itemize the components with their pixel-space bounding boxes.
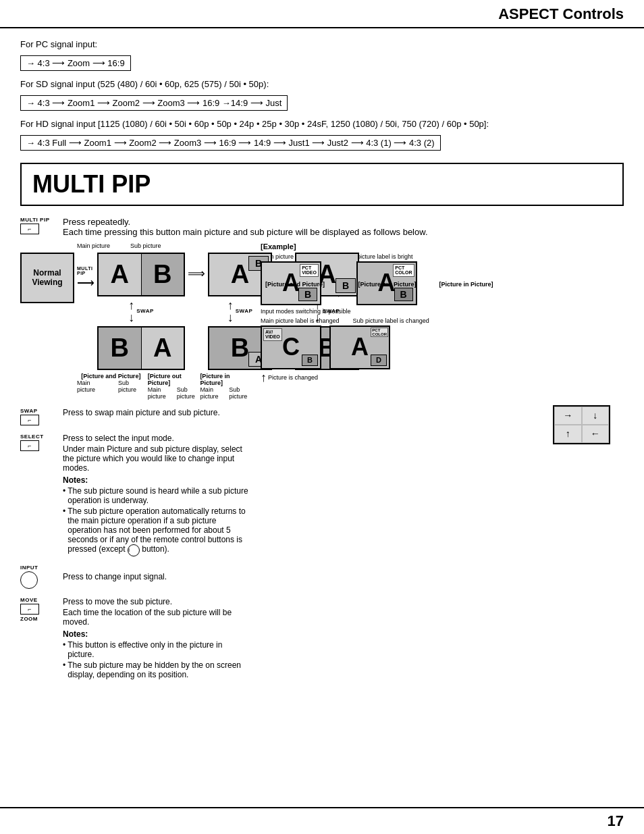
move-cell-down: ↓ bbox=[582, 407, 610, 425]
example-sub-unit: A B PCTCOLOR bbox=[356, 261, 417, 305]
pic-changed-label: Picture is changed bbox=[268, 374, 318, 381]
move-cell-left: ← bbox=[582, 425, 610, 443]
input-btn-inline: I bbox=[128, 544, 140, 556]
pc-flow-text: → 4:3 ⟶ Zoom ⟶ 16:9 bbox=[26, 58, 125, 68]
pop-B-swapped: B bbox=[99, 328, 141, 369]
changed-main-sub: B bbox=[302, 355, 318, 366]
example-main-unit: A B PCTVIDEO bbox=[261, 261, 321, 305]
pip-main-lbl: Main picture bbox=[200, 386, 222, 400]
pop-header: Main picture Sub picture bbox=[77, 242, 161, 249]
select-notes-label: Notes: bbox=[63, 475, 88, 485]
example-sub-screen: A B PCTCOLOR bbox=[356, 261, 417, 305]
select-button[interactable]: ⌐ bbox=[20, 440, 39, 451]
out-sub-lbl: Sub picture bbox=[177, 386, 198, 400]
pop-screen-bottom: B A bbox=[97, 326, 185, 370]
select-btn-label: SELECT bbox=[20, 434, 44, 440]
pop-B: B bbox=[141, 254, 184, 295]
pic-changed-indicator: ↑ Picture is changed bbox=[261, 371, 318, 385]
select-detail: Under main Picture and sub picture displ… bbox=[63, 444, 250, 473]
normal-view-unit: Normal Viewing bbox=[20, 253, 74, 303]
pop-unit: A B ↑ ↓ SWAP B A bbox=[97, 253, 185, 370]
move-zoom-diagram: → ↓ ↑ ← bbox=[553, 405, 610, 444]
example-title: [Example] bbox=[261, 242, 624, 251]
pop-main-lbl: Main picture bbox=[77, 242, 110, 249]
pop-swap-row: ↑ ↓ SWAP bbox=[128, 299, 154, 323]
multipip-btn-label: MULTI PIP bbox=[20, 217, 49, 223]
swap-button[interactable]: ⌐ bbox=[20, 415, 39, 425]
move-button[interactable]: ⌐ bbox=[20, 604, 39, 615]
multipip-section: MULTI PIP bbox=[20, 163, 624, 206]
input-button[interactable] bbox=[20, 571, 38, 589]
pop-screen-top: A B bbox=[97, 253, 185, 296]
select-note2: The sub picture operation automatically … bbox=[68, 506, 250, 556]
changed-sub-sub: D bbox=[371, 355, 387, 366]
arrow-2: ⟹ bbox=[188, 266, 205, 281]
move-desc-block: Press to move the sub picture. Each time… bbox=[63, 597, 250, 679]
pop-section-label: [Picture and Picture] bbox=[81, 373, 140, 380]
swap-btn-label: SWAP bbox=[20, 408, 38, 414]
page-header: ASPECT Controls bbox=[0, 0, 644, 28]
changed-sub-label-tag: PCTCOLOR bbox=[371, 328, 388, 337]
pc-label: For PC signal input: bbox=[20, 39, 624, 49]
changed-sub-unit: A PCTCOLOR D bbox=[329, 325, 390, 369]
out-swap-arrows: ↑ ↓ bbox=[227, 299, 234, 323]
diagram-instructions-layout: Main picture Sub picture Normal Viewing … bbox=[20, 242, 624, 679]
aspect-section: For PC signal input: → 4:3 ⟶ Zoom ⟶ 16:9… bbox=[20, 39, 624, 151]
example-boxes-row: A B PCTVIDEO SELECT ←→ ↑ A bbox=[261, 261, 624, 305]
move-detail: Each time the location of the sub pictur… bbox=[63, 608, 250, 627]
example-sub-sub: B bbox=[394, 288, 413, 301]
move-cell-right: → bbox=[554, 407, 582, 425]
diag-section-labels: [Picture and Picture] Main picture Sub p… bbox=[20, 373, 250, 400]
move-row: MOVE ⌐ ZOOM Press to move the sub pictur… bbox=[20, 597, 250, 679]
left-instructions: Main picture Sub picture Normal Viewing … bbox=[20, 242, 250, 679]
changed-main-unit: C AV/VIDEO B ↑ Picture is changed bbox=[261, 325, 321, 385]
example-main-screen: A B PCTVIDEO bbox=[261, 261, 321, 305]
sd-flow-text: → 4:3 ⟶ Zoom1 ⟶ Zoom2 ⟶ Zoom3 ⟶ 16:9 →14… bbox=[26, 98, 281, 108]
multipip-btn-col: MULTI PIP ⌐ bbox=[20, 217, 57, 234]
multipip-button[interactable]: ⌐ bbox=[20, 224, 39, 234]
out-section-label: [Picture out Picture] bbox=[148, 373, 198, 386]
diag-header-row: Main picture Sub picture bbox=[20, 242, 250, 250]
move-cell-up: ↑ bbox=[554, 425, 582, 443]
changed-boxes-row: C AV/VIDEO B ↑ Picture is changed A PCTC… bbox=[261, 325, 624, 385]
input-modes-text: Input modes switching is possible bbox=[261, 308, 624, 315]
changed-labels-row: Main picture label is changed Sub pictur… bbox=[261, 317, 624, 324]
hd-label: For HD signal input [1125 (1080) / 60i •… bbox=[20, 119, 624, 129]
move-btn-label: MOVE bbox=[20, 597, 38, 603]
select-desc-block: Press to select the input mode. Under ma… bbox=[63, 434, 250, 556]
select-note1: The sub picture sound is heard while a s… bbox=[68, 486, 250, 505]
pc-flow: → 4:3 ⟶ Zoom ⟶ 16:9 bbox=[20, 55, 131, 71]
select-row: SELECT ⌐ Press to select the input mode.… bbox=[20, 434, 250, 556]
pop-diagram-col: Main picture Sub picture bbox=[77, 242, 161, 250]
multipip-press-text: Press repeatedly. Each time pressing thi… bbox=[63, 217, 428, 237]
pip-sub-lbl: Sub picture bbox=[229, 386, 250, 400]
example-sub-label-tag: PCTCOLOR bbox=[393, 264, 414, 277]
hd-flow-text: → 4:3 Full ⟶ Zoom1 ⟶ Zoom2 ⟶ Zoom3 ⟶ 16:… bbox=[26, 138, 435, 148]
move-zoom-area: → ↓ ↑ ← bbox=[261, 405, 624, 444]
changed-main-label-tag: AV/VIDEO bbox=[263, 328, 282, 341]
input-btn-label: INPUT bbox=[20, 565, 38, 571]
sub-changed-lbl: Sub picture label is changed bbox=[353, 317, 429, 324]
example-main-label-tag: PCTVIDEO bbox=[300, 264, 319, 277]
multipip-title: MULTI PIP bbox=[32, 171, 612, 198]
zoom-btn-label: ZOOM bbox=[20, 616, 38, 622]
hd-flow: → 4:3 Full ⟶ Zoom1 ⟶ Zoom2 ⟶ Zoom3 ⟶ 16:… bbox=[20, 135, 441, 151]
pop-main-lbl2: Main picture bbox=[77, 380, 106, 393]
out-swap-label: SWAP bbox=[236, 308, 253, 314]
input-row: INPUT Press to change input signal. bbox=[20, 565, 250, 589]
sd-flow: → 4:3 ⟶ Zoom1 ⟶ Zoom2 ⟶ Zoom3 ⟶ 16:9 →14… bbox=[20, 95, 288, 111]
move-notes-label: Notes: bbox=[63, 629, 88, 639]
changed-sub-screen: A PCTCOLOR D bbox=[329, 325, 390, 369]
multipip-btn-row: MULTI PIP ⌐ Press repeatedly. Each time … bbox=[20, 217, 624, 237]
arrow-multipip-1: MULTI PIP ⟶ bbox=[77, 266, 95, 290]
swap-desc: Press to swap main picture and sub pictu… bbox=[63, 408, 220, 417]
main-content: For PC signal input: → 4:3 ⟶ Zoom ⟶ 16:9… bbox=[0, 28, 644, 298]
changed-main-screen: C AV/VIDEO B bbox=[261, 325, 321, 369]
pip-section-label: [Picture in Picture] bbox=[200, 373, 250, 386]
pop-swap-arrows: ↑ ↓ bbox=[128, 299, 134, 323]
page-number: 17 bbox=[608, 812, 624, 830]
multipip-btn-label-2: MULTI PIP bbox=[77, 266, 95, 276]
normal-viewing-screen: Normal Viewing bbox=[20, 253, 74, 303]
page-title: ASPECT Controls bbox=[498, 5, 624, 23]
example-main-sub: B bbox=[298, 288, 317, 301]
